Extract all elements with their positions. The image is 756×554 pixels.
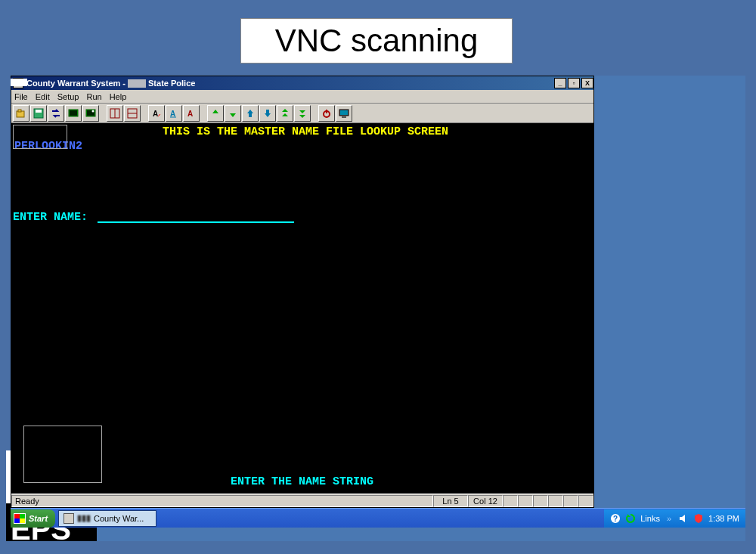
- tray-divider: »: [665, 514, 674, 523]
- tray-clock[interactable]: 1:38 PM: [708, 514, 739, 523]
- maximize-button[interactable]: ▫: [568, 78, 580, 88]
- svg-rect-21: [249, 113, 252, 117]
- toolbar-power-button[interactable]: [318, 105, 335, 122]
- svg-rect-7: [36, 110, 42, 113]
- taskbar-item-icon: [64, 513, 74, 524]
- taskbar: Start ▮▮▮ County War... ? Links » 1:38 P…: [11, 508, 745, 528]
- toolbar-screen-a-button[interactable]: [65, 105, 82, 122]
- enter-name-label: ENTER NAME:: [13, 211, 88, 224]
- status-pad-4: [548, 495, 563, 507]
- svg-rect-27: [342, 116, 346, 118]
- status-pad-2: [518, 495, 533, 507]
- status-pad-3: [533, 495, 548, 507]
- remote-desktop-area: EPS IS County Warrant System - State Pol…: [11, 76, 745, 541]
- start-label: Start: [29, 514, 48, 523]
- selection-box-b: [23, 426, 102, 483]
- svg-rect-22: [266, 110, 269, 113]
- slide-title: VNC scanning: [240, 18, 513, 63]
- toolbar-arrow-up-button[interactable]: [207, 105, 224, 122]
- status-pad-6: [578, 495, 593, 507]
- windows-flag-icon: [14, 513, 26, 524]
- start-button[interactable]: Start: [11, 509, 55, 528]
- toolbar-open-button[interactable]: [13, 105, 29, 122]
- window-title-suffix: State Police: [148, 79, 195, 88]
- menu-edit[interactable]: Edit: [36, 92, 50, 101]
- menu-file[interactable]: File: [14, 92, 28, 101]
- svg-point-12: [92, 110, 94, 112]
- menu-setup[interactable]: Setup: [57, 92, 79, 101]
- tray-help-icon[interactable]: ?: [610, 513, 621, 524]
- toolbar-layout-b-button[interactable]: [124, 105, 141, 122]
- svg-text:A: A: [170, 110, 175, 118]
- toolbar-arrow-down3-button[interactable]: [294, 105, 311, 122]
- status-pad-5: [563, 495, 578, 507]
- taskbar-item-blur: ▮▮▮: [77, 513, 91, 523]
- tray-shield-icon[interactable]: [693, 513, 704, 524]
- toolbar-font-b-button[interactable]: A: [166, 105, 182, 122]
- toolbar-layout-a-button[interactable]: [107, 105, 123, 122]
- toolbar-swap-button[interactable]: [48, 105, 64, 122]
- system-tray: ? Links » 1:38 PM: [604, 509, 745, 528]
- terminal-screen[interactable]: THIS IS THE MASTER NAME FILE LOOKUP SCRE…: [11, 123, 593, 494]
- taskbar-item-label: County War...: [94, 514, 144, 523]
- app-window: County Warrant System - State Police _ ▫…: [11, 76, 594, 508]
- svg-text:A: A: [187, 110, 193, 118]
- toolbar-arrow-down2-button[interactable]: [259, 105, 276, 122]
- toolbar: A A A: [11, 104, 593, 123]
- selection-box-a: [13, 125, 67, 149]
- toolbar-save-button[interactable]: [30, 105, 47, 122]
- status-line: Ln 5: [433, 495, 468, 507]
- status-ready: Ready: [11, 495, 433, 507]
- tray-links-label[interactable]: Links: [640, 514, 660, 523]
- terminal-header: THIS IS THE MASTER NAME FILE LOOKUP SCRE…: [163, 125, 448, 138]
- close-button[interactable]: X: [581, 78, 593, 88]
- status-pad-1: [503, 495, 518, 507]
- window-title-prefix: County Warrant System -: [26, 79, 125, 88]
- toolbar-arrow-down-button[interactable]: [225, 105, 241, 122]
- menubar: File Edit Setup Run Help: [11, 90, 593, 104]
- toolbar-screen-b-button[interactable]: [82, 105, 99, 122]
- minimize-button[interactable]: _: [554, 78, 566, 88]
- svg-rect-26: [340, 110, 348, 115]
- statusbar: Ready Ln 5 Col 12: [11, 494, 593, 507]
- toolbar-arrow-up2-button[interactable]: [242, 105, 259, 122]
- svg-rect-5: [18, 110, 21, 112]
- menu-help[interactable]: Help: [110, 92, 127, 101]
- svg-rect-9: [70, 110, 77, 116]
- toolbar-font-c-button[interactable]: A: [183, 105, 200, 122]
- tray-refresh-icon[interactable]: [625, 513, 636, 524]
- tray-volume-icon[interactable]: [678, 513, 689, 524]
- toolbar-monitor-button[interactable]: [336, 105, 352, 122]
- redacted-segment: [128, 79, 146, 88]
- redaction-overlay: [11, 79, 27, 86]
- titlebar[interactable]: County Warrant System - State Police _ ▫…: [11, 76, 593, 90]
- terminal-footer: ENTER THE NAME STRING: [231, 475, 373, 488]
- svg-text:?: ?: [613, 515, 618, 523]
- svg-text:A: A: [153, 110, 158, 118]
- taskbar-item-county-war[interactable]: ▮▮▮ County War...: [58, 510, 156, 527]
- status-col: Col 12: [468, 495, 503, 507]
- toolbar-font-a-button[interactable]: A: [148, 105, 165, 122]
- toolbar-arrow-up3-button[interactable]: [277, 105, 293, 122]
- menu-run[interactable]: Run: [86, 92, 101, 101]
- name-input-underline[interactable]: [98, 221, 294, 223]
